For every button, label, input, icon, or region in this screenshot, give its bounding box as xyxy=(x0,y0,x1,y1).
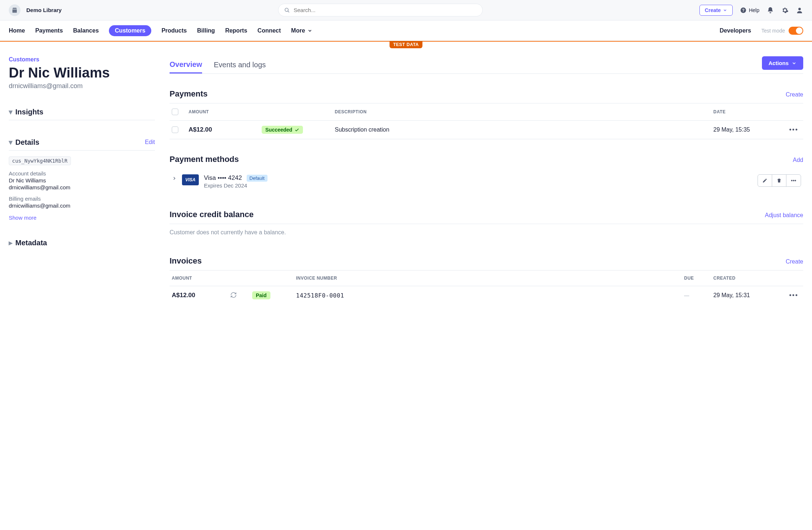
breadcrumb-customers[interactable]: Customers xyxy=(9,56,155,63)
row-checkbox[interactable] xyxy=(172,126,178,133)
col-amount: AMOUNT xyxy=(172,276,230,281)
more-payment-method-icon[interactable]: ••• xyxy=(786,175,801,186)
metadata-title: Metadata xyxy=(15,239,47,247)
caret-down-icon: ▾ xyxy=(9,107,12,116)
payment-date: 29 May, 15:35 xyxy=(713,126,786,133)
details-header[interactable]: ▾ Details Edit xyxy=(9,138,155,151)
invoices-header-row: AMOUNT INVOICE NUMBER DUE CREATED xyxy=(170,270,803,286)
payments-create-link[interactable]: Create xyxy=(786,91,803,98)
actions-button-label: Actions xyxy=(769,60,789,66)
invoices-create-link[interactable]: Create xyxy=(786,258,803,265)
org-name[interactable]: Demo Library xyxy=(26,7,62,13)
edit-details-link[interactable]: Edit xyxy=(145,139,155,145)
payment-method-actions: ••• xyxy=(758,174,801,187)
svg-line-1 xyxy=(288,11,289,12)
svg-point-4 xyxy=(798,8,801,10)
nav-connect[interactable]: Connect xyxy=(258,25,281,36)
delete-payment-method-icon[interactable] xyxy=(772,175,786,186)
account-name: Dr Nic Williams xyxy=(9,177,155,183)
col-date: DATE xyxy=(713,109,786,114)
payment-methods-title: Payment methods xyxy=(170,155,239,164)
invoice-number: 142518F0-0001 xyxy=(296,292,684,299)
customer-name: Dr Nic Williams xyxy=(9,65,155,81)
status-text: Succeeded xyxy=(265,127,292,133)
account-details-label: Account details xyxy=(9,170,155,177)
nav-balances[interactable]: Balances xyxy=(73,25,99,36)
nav-payments[interactable]: Payments xyxy=(35,25,63,36)
test-data-strip: TEST DATA xyxy=(0,41,812,42)
invoice-amount: A$12.00 xyxy=(172,292,230,299)
invoice-row[interactable]: A$12.00 Paid 142518F0-0001 — 29 May, 15:… xyxy=(170,286,803,304)
add-payment-method-link[interactable]: Add xyxy=(793,157,803,163)
tab-events-logs[interactable]: Events and logs xyxy=(214,57,266,73)
settings-icon[interactable] xyxy=(781,7,789,14)
tab-overview[interactable]: Overview xyxy=(170,57,202,73)
nav-customers[interactable]: Customers xyxy=(109,25,151,36)
check-icon xyxy=(295,128,299,132)
search-box[interactable] xyxy=(278,4,483,16)
invoices-title: Invoices xyxy=(170,256,202,266)
billing-emails-label: Billing emails xyxy=(9,196,155,202)
customer-email: drnicwilliams@gmail.com xyxy=(9,82,155,90)
show-more-link[interactable]: Show more xyxy=(9,215,155,221)
invoice-due: — xyxy=(684,292,713,298)
payment-row[interactable]: A$12.00 Succeeded Subscription creation … xyxy=(170,121,803,139)
payment-method-row[interactable]: VISA Visa •••• 4242 Default Expires Dec … xyxy=(170,169,803,194)
nav-developers[interactable]: Developers xyxy=(720,25,751,36)
payment-description: Subscription creation xyxy=(335,126,713,133)
actions-button[interactable]: Actions xyxy=(762,56,803,70)
chevron-down-icon xyxy=(307,28,312,33)
edit-payment-method-icon[interactable] xyxy=(758,175,772,186)
insights-header[interactable]: ▾ Insights xyxy=(9,107,155,120)
status-badge-paid: Paid xyxy=(252,291,270,299)
payments-header-row: AMOUNT DESCRIPTION DATE xyxy=(170,103,803,121)
help-label: Help xyxy=(749,7,759,13)
test-mode-toggle[interactable]: Test mode xyxy=(761,27,803,35)
payments-title: Payments xyxy=(170,89,208,99)
col-invoice-number: INVOICE NUMBER xyxy=(296,276,684,281)
profile-icon[interactable] xyxy=(796,7,803,14)
test-mode-label: Test mode xyxy=(761,28,785,34)
search-input[interactable] xyxy=(293,7,477,13)
customer-id-chip[interactable]: cus_NywYkg4NK1RblR xyxy=(9,156,71,165)
svg-text:?: ? xyxy=(742,8,744,12)
svg-point-0 xyxy=(285,8,288,11)
adjust-balance-link[interactable]: Adjust balance xyxy=(765,212,803,219)
nav-more[interactable]: More xyxy=(291,25,312,36)
expand-icon[interactable] xyxy=(172,176,177,182)
help-icon: ? xyxy=(740,7,747,14)
test-data-badge: TEST DATA xyxy=(390,41,422,48)
topbar: Demo Library Create ? Help xyxy=(0,0,812,20)
account-email: drnicwilliams@gmail.com xyxy=(9,184,155,190)
card-expiry: Expires Dec 2024 xyxy=(204,182,267,189)
col-amount: AMOUNT xyxy=(189,109,262,114)
help-link[interactable]: ? Help xyxy=(740,7,759,14)
col-due: DUE xyxy=(684,276,713,281)
credit-balance-empty: Customer does not currently have a balan… xyxy=(170,224,803,241)
nav-home[interactable]: Home xyxy=(9,25,25,36)
tabs: Overview Events and logs Actions xyxy=(170,56,803,74)
billing-email: drnicwilliams@gmail.com xyxy=(9,202,155,209)
payment-amount: A$12.00 xyxy=(189,126,262,133)
create-button[interactable]: Create xyxy=(699,5,733,16)
details-title: Details xyxy=(15,138,39,147)
nav-reports[interactable]: Reports xyxy=(225,25,247,36)
nav-products[interactable]: Products xyxy=(162,25,187,36)
nav-billing[interactable]: Billing xyxy=(197,25,215,36)
toggle-switch[interactable] xyxy=(789,27,803,35)
invoice-created: 29 May, 15:31 xyxy=(713,292,786,299)
row-more-icon[interactable]: ••• xyxy=(786,126,801,134)
chevron-down-icon xyxy=(792,61,797,66)
search-icon xyxy=(284,7,290,13)
chevron-down-icon xyxy=(723,8,727,12)
org-logo[interactable] xyxy=(9,4,20,16)
create-button-label: Create xyxy=(705,7,721,13)
credit-balance-title: Invoice credit balance xyxy=(170,210,254,219)
nav-more-label: More xyxy=(291,27,305,34)
card-brand-icon: VISA xyxy=(182,174,199,185)
row-more-icon[interactable]: ••• xyxy=(786,292,801,299)
notifications-icon[interactable] xyxy=(767,7,774,14)
metadata-header[interactable]: ▸ Metadata xyxy=(9,238,155,251)
card-label: Visa •••• 4242 Default xyxy=(204,174,267,182)
select-all-checkbox[interactable] xyxy=(172,109,178,115)
